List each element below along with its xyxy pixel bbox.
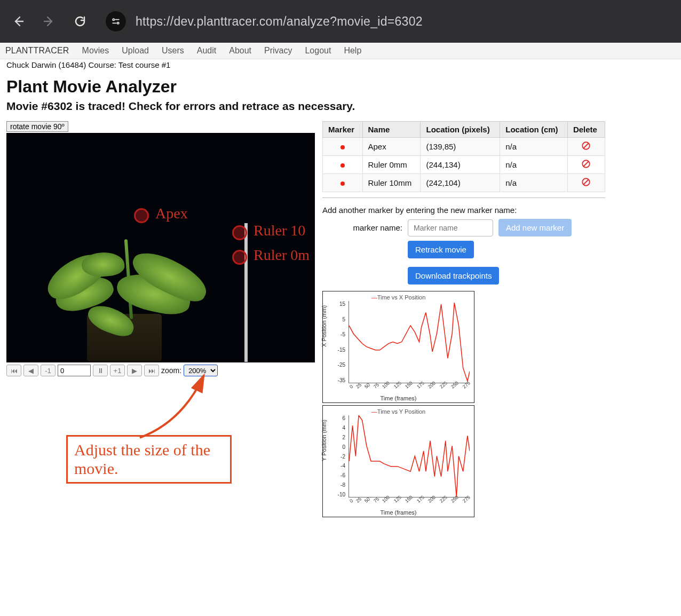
refresh-icon[interactable]	[69, 11, 91, 32]
app-navbar: PLANTTRACER Movies Upload Users Audit Ab…	[0, 43, 681, 59]
marker-name-cell: Ruler 0mm	[362, 156, 421, 174]
first-frame-button[interactable]: ⏮	[6, 365, 21, 376]
nav-logout[interactable]: Logout	[305, 46, 331, 56]
delete-marker-button[interactable]	[567, 138, 605, 156]
th-loc-cm: Location (cm)	[500, 122, 568, 138]
annotation-arrow	[124, 371, 220, 440]
svg-point-1	[117, 22, 119, 24]
marker-label-ruler10: Ruler 10	[254, 222, 305, 239]
marker-label-ruler0: Ruler 0m	[254, 247, 310, 264]
nav-movies[interactable]: Movies	[82, 46, 109, 56]
nav-privacy[interactable]: Privacy	[264, 46, 292, 56]
marker-dot-ruler0[interactable]	[232, 250, 247, 265]
delete-marker-button[interactable]	[567, 156, 605, 174]
marker-cm-cell: n/a	[500, 138, 568, 156]
table-row: Ruler 10mm(242,104)n/a	[323, 174, 605, 192]
marker-label-apex: Apex	[155, 205, 188, 222]
ruler-image	[244, 223, 248, 362]
marker-table: Marker Name Location (pixels) Location (…	[322, 121, 605, 192]
movie-viewport[interactable]: Apex Ruler 10 Ruler 0m	[6, 133, 315, 362]
back-icon[interactable]	[7, 11, 29, 32]
marker-color-dot	[340, 145, 345, 149]
delete-marker-button[interactable]	[567, 174, 605, 192]
marker-px-cell: (244,134)	[421, 156, 500, 174]
marker-px-cell: (139,85)	[421, 138, 500, 156]
download-trackpoints-button[interactable]: Download trackpoints	[408, 267, 499, 285]
marker-px-cell: (242,104)	[421, 174, 500, 192]
marker-name-cell: Apex	[362, 138, 421, 156]
plus1-button[interactable]: +1	[110, 365, 125, 376]
marker-color-dot	[340, 181, 345, 186]
nav-users[interactable]: Users	[162, 46, 184, 56]
marker-cm-cell: n/a	[500, 174, 568, 192]
th-loc-px: Location (pixels)	[421, 122, 500, 138]
site-settings-icon[interactable]	[106, 11, 126, 31]
page-subtitle: Movie #6302 is traced! Check for errors …	[6, 100, 675, 113]
th-delete: Delete	[567, 122, 605, 138]
add-marker-prompt: Add another marker by entering the new m…	[322, 206, 605, 215]
url-bar[interactable]: https://dev.planttracer.com/analyze?movi…	[136, 14, 423, 29]
plant-image	[23, 223, 226, 362]
marker-name-input[interactable]	[408, 219, 493, 236]
th-marker: Marker	[323, 122, 363, 138]
minus1-button[interactable]: -1	[41, 365, 56, 376]
nav-about[interactable]: About	[229, 46, 251, 56]
marker-dot-apex[interactable]	[134, 208, 149, 223]
nav-brand[interactable]: PLANTTRACER	[5, 46, 69, 56]
nav-upload[interactable]: Upload	[122, 46, 149, 56]
nav-audit[interactable]: Audit	[197, 46, 216, 56]
user-course-line: Chuck Darwin (16484) Course: Test course…	[0, 59, 681, 69]
frame-input[interactable]	[58, 365, 91, 376]
add-marker-button[interactable]: Add new marker	[498, 219, 572, 236]
table-row: Apex(139,85)n/a	[323, 138, 605, 156]
charts-container: —Time vs X PositionX Position (mm)Time (…	[322, 291, 605, 517]
chart: —Time vs X PositionX Position (mm)Time (…	[322, 291, 474, 403]
marker-cm-cell: n/a	[500, 156, 568, 174]
marker-name-cell: Ruler 10mm	[362, 174, 421, 192]
marker-dot-ruler10[interactable]	[232, 225, 247, 240]
th-name: Name	[362, 122, 421, 138]
svg-point-0	[113, 19, 114, 20]
pause-button[interactable]: ⏸	[93, 365, 108, 376]
forward-icon[interactable]	[38, 11, 60, 32]
rotate-movie-button[interactable]: rotate movie 90º	[6, 121, 68, 132]
annotation-callout: Adjust the size of the movie.	[66, 435, 232, 484]
chart: —Time vs Y PositionY Position (mm)Time (…	[322, 405, 474, 517]
retrack-button[interactable]: Retrack movie	[408, 241, 474, 258]
nav-help[interactable]: Help	[344, 46, 361, 56]
marker-color-dot	[340, 163, 345, 168]
browser-toolbar: https://dev.planttracer.com/analyze?movi…	[0, 0, 681, 43]
separator	[322, 198, 605, 198]
prev-frame-button[interactable]: ◀	[23, 365, 38, 376]
marker-name-label: marker name:	[322, 223, 402, 232]
table-row: Ruler 0mm(244,134)n/a	[323, 156, 605, 174]
page-title: Plant Movie Analyzer	[6, 77, 675, 97]
